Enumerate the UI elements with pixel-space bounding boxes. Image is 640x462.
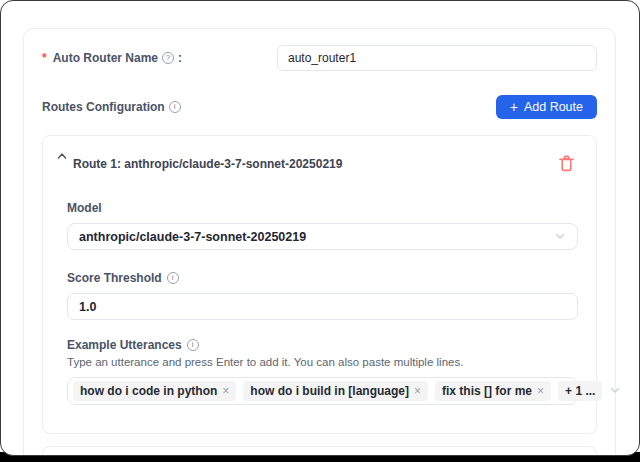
route-2-panel: Route 2: azure_ai/gpt-4o bbox=[42, 446, 597, 456]
required-asterisk: * bbox=[42, 51, 47, 65]
route-1-title: Route 1: anthropic/claude-3-7-sonnet-202… bbox=[73, 157, 342, 171]
remove-tag-icon[interactable]: × bbox=[414, 385, 421, 397]
model-label: Model bbox=[67, 201, 102, 215]
auto-router-form-card: * Auto Router Name ? : Routes Configurat… bbox=[23, 28, 616, 456]
utterances-helper-text: Type an utterance and press Enter to add… bbox=[67, 356, 578, 368]
help-icon[interactable]: ? bbox=[162, 52, 174, 64]
routes-configuration-row: Routes Configuration i + Add Route bbox=[42, 95, 597, 119]
model-select[interactable]: anthropic/claude-3-7-sonnet-20250219 bbox=[67, 223, 578, 250]
route-1-panel: Route 1: anthropic/claude-3-7-sonnet-202… bbox=[42, 135, 597, 434]
overflow-tag-text: + 1 ... bbox=[565, 384, 595, 398]
delete-route-icon[interactable] bbox=[559, 155, 574, 172]
utterance-tag-text: fix this [] for me bbox=[442, 384, 532, 398]
remove-tag-icon[interactable]: × bbox=[222, 385, 229, 397]
model-label-text: Model bbox=[67, 201, 102, 215]
utterance-tag-text: how do i build in [language] bbox=[250, 384, 409, 398]
route-2-header: Route 2: azure_ai/gpt-4o bbox=[43, 447, 596, 456]
auto-router-name-label-text: Auto Router Name bbox=[53, 51, 158, 65]
auto-router-name-label: * Auto Router Name ? : bbox=[42, 51, 182, 65]
utterance-tag-text: how do i code in python bbox=[80, 384, 217, 398]
utterance-tag: fix this [] for me × bbox=[435, 381, 551, 401]
example-utterances-label: Example Utterances i bbox=[67, 338, 199, 352]
chevron-down-icon bbox=[554, 228, 566, 246]
plus-icon: + bbox=[510, 100, 518, 114]
routes-configuration-label: Routes Configuration i bbox=[42, 100, 181, 114]
route-1-body: Model anthropic/claude-3-7-sonnet-202502… bbox=[43, 172, 596, 433]
auto-router-name-input[interactable] bbox=[277, 45, 597, 71]
score-threshold-input[interactable] bbox=[67, 293, 578, 320]
route-1-header: Route 1: anthropic/claude-3-7-sonnet-202… bbox=[43, 136, 596, 172]
info-icon[interactable]: i bbox=[167, 272, 179, 284]
overflow-tag[interactable]: + 1 ... bbox=[558, 381, 602, 401]
remove-tag-icon[interactable]: × bbox=[537, 385, 544, 397]
label-colon: : bbox=[178, 51, 182, 65]
example-utterances-label-text: Example Utterances bbox=[67, 338, 182, 352]
info-icon[interactable]: i bbox=[187, 339, 199, 351]
utterances-tags-input[interactable]: how do i code in python × how do i build… bbox=[67, 377, 578, 405]
auto-router-name-row: * Auto Router Name ? : bbox=[42, 45, 597, 71]
score-threshold-label: Score Threshold i bbox=[67, 271, 179, 285]
utterance-tag: how do i build in [language] × bbox=[243, 381, 428, 401]
app-window: * Auto Router Name ? : Routes Configurat… bbox=[0, 0, 640, 456]
info-icon[interactable]: i bbox=[169, 101, 181, 113]
score-threshold-label-text: Score Threshold bbox=[67, 271, 162, 285]
chevron-down-icon bbox=[609, 382, 621, 400]
add-route-button-label: Add Route bbox=[524, 100, 583, 114]
model-select-value: anthropic/claude-3-7-sonnet-20250219 bbox=[79, 230, 306, 244]
add-route-button[interactable]: + Add Route bbox=[496, 95, 597, 119]
routes-configuration-label-text: Routes Configuration bbox=[42, 100, 165, 114]
collapse-caret-icon[interactable] bbox=[55, 149, 69, 163]
utterance-tag: how do i code in python × bbox=[73, 381, 236, 401]
